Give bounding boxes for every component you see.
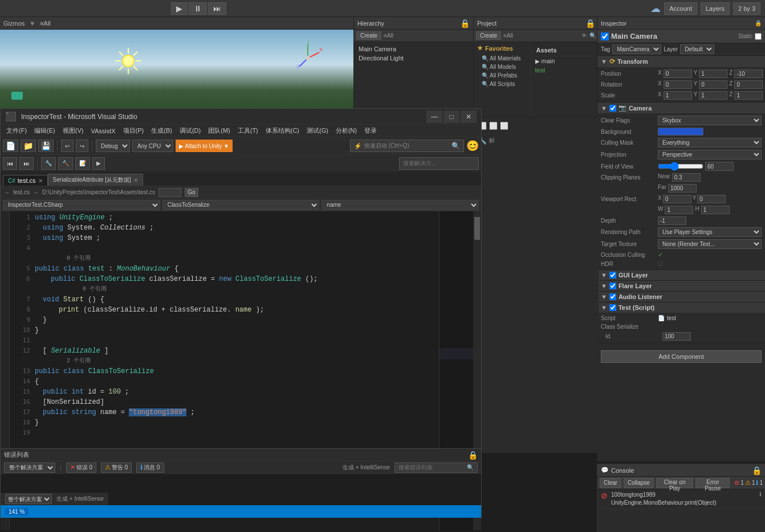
solution-dropdown[interactable]: 整个解决方案 [4,463,55,473]
hierarchy-item-main-camera[interactable]: Main Camera [356,44,471,54]
fov-slider[interactable] [658,162,703,171]
vs-tb-icon1[interactable]: ⏮ [3,157,17,170]
target-texture-dropdown[interactable]: None (Render Text... [658,239,762,249]
step-button[interactable]: ⏭ [208,2,226,15]
tab-test-close[interactable]: ✕ [38,178,43,184]
vs-minimize-button[interactable]: — [426,111,442,123]
rendering-path-dropdown[interactable]: Use Player Settings [658,227,762,237]
all-prefabs-item[interactable]: 🔍 All Prefabs [474,71,530,80]
messages-btn[interactable]: ℹ 消息 0 [136,463,164,473]
clear-flags-dropdown[interactable]: Skybox [658,116,762,125]
hierarchy-create-btn[interactable]: Create [356,31,381,40]
pause-button[interactable]: ⏸ [189,2,207,15]
bottom-solution-dropdown[interactable]: 整个解决方案 [5,494,52,504]
menu-build[interactable]: 生成(B) [148,125,176,136]
test-script-checkbox[interactable] [609,304,616,311]
menu-file[interactable]: 文件(F) [3,125,30,136]
camera-active-checkbox[interactable] [609,105,616,112]
layer-dropdown[interactable]: Default [680,44,714,54]
console-collapse-btn[interactable]: Collapse [624,478,654,488]
menu-tools[interactable]: 工具(T) [234,125,262,136]
project-eye-icon[interactable]: 👁 [581,32,587,39]
flare-layer-checkbox[interactable] [609,283,616,289]
tab-serializable[interactable]: SerializableAttribute [从元数据] ✕ [48,174,143,186]
id-input[interactable] [662,332,691,341]
asset-main[interactable]: ▶ main [533,56,596,66]
vs-close-button[interactable]: ✕ [461,111,477,123]
cpu-dropdown[interactable]: Any CPU [132,140,173,152]
position-z[interactable] [734,69,763,78]
projection-dropdown[interactable]: Perspective [658,150,762,159]
layers-dropdown[interactable]: Layers [701,2,730,15]
audio-listener-header[interactable]: ▼ Audio Listener [597,292,765,302]
scale-z[interactable] [734,91,763,100]
go-button[interactable]: Go [185,188,198,197]
console-clear-on-play-btn[interactable]: Clear on Play [656,478,694,488]
menu-view[interactable]: 视图(V) [59,125,87,136]
depth-input[interactable] [658,216,686,225]
gui-layer-checkbox[interactable] [609,272,616,279]
debug-dropdown[interactable]: Debug [96,140,130,152]
hierarchy-item-directional-light[interactable]: Directional Light [356,54,471,63]
tab-serializable-close[interactable]: ✕ [133,177,138,183]
far-input[interactable] [668,184,697,193]
static-checkbox[interactable] [755,33,762,40]
tab-test-cs[interactable]: C# test.cs ✕ [3,175,48,186]
vs-open-btn[interactable]: 📁 [21,140,36,152]
vs-redo-btn[interactable]: ↪ [76,140,88,152]
rotation-z[interactable] [734,80,763,89]
account-dropdown[interactable]: Account [664,2,697,15]
attach-unity-btn[interactable]: ▶ Attach to Unity ▼ [176,140,233,152]
background-color-swatch[interactable] [658,128,703,136]
find-input[interactable] [403,160,475,166]
namespace-dropdown[interactable]: InspectorTest.CSharp [3,200,160,210]
scale-y[interactable] [699,91,727,100]
transform-header[interactable]: ▼ ⟳ Transform [597,56,765,67]
menu-vassistx[interactable]: VAssistX [87,126,119,136]
console-clear-btn[interactable]: Clear [600,478,621,488]
console-pin-icon[interactable]: 🔒 [752,466,762,475]
object-active-checkbox[interactable] [601,32,609,40]
file-path-input[interactable] [158,188,181,197]
position-x[interactable] [664,69,692,78]
tag-dropdown[interactable]: MainCamera [612,44,661,54]
vy-input[interactable] [697,195,726,203]
culling-mask-dropdown[interactable]: Everything [658,138,762,148]
vs-run-btn[interactable]: ▶ [92,157,105,170]
errorlist-search-input[interactable] [398,464,467,470]
inspector-pin-icon[interactable]: 🔒 [755,20,762,26]
rotation-y[interactable] [699,80,727,89]
camera-header[interactable]: ▼ 📷 Camera [597,103,765,113]
menu-login[interactable]: 登录 [361,125,380,136]
vx-input[interactable] [663,195,691,203]
flare-layer-header[interactable]: ▼ Flare Layer [597,281,765,291]
member-dropdown[interactable]: name [322,200,479,210]
warnings-btn[interactable]: ⚠ 警告 0 [101,463,132,473]
menu-project[interactable]: 项目(P) [120,125,148,136]
vs-undo-btn[interactable]: ↩ [61,140,74,152]
all-materials-item[interactable]: 🔍 All Materials [474,54,530,63]
unity-panel-icon-row2[interactable]: 🔧 解 [476,134,596,147]
position-y[interactable] [699,69,727,78]
class-dropdown[interactable]: ClassToSerialize [162,200,320,210]
near-input[interactable] [672,173,701,182]
project-create-btn[interactable]: Create [476,31,501,40]
w-input[interactable] [665,206,693,214]
play-button[interactable]: ▶ [171,2,188,15]
audio-listener-checkbox[interactable] [609,293,616,300]
vs-build-btn[interactable]: 🔨 [58,157,73,170]
all-scripts-item[interactable]: 🔍 All Scripts [474,80,530,88]
vs-save-btn[interactable]: 💾 [38,140,54,152]
menu-test[interactable]: 测试(G) [303,125,332,136]
vs-maximize-button[interactable]: □ [443,111,459,123]
errorlist-pin-icon[interactable]: 🔒 [468,451,478,460]
menu-team[interactable]: 团队(M) [205,125,234,136]
menu-edit[interactable]: 编辑(E) [31,125,59,136]
vs-tb-icon2[interactable]: ⏭ [19,157,34,170]
console-entry-1[interactable]: ⊘ 100tongtong1989 UnityEngine.MonoBehavi… [597,489,765,509]
vs-new-file-btn[interactable]: 📄 [3,140,18,152]
menu-debug[interactable]: 调试(D) [176,125,204,136]
errors-btn[interactable]: ✕ 错误 0 [66,463,96,473]
vs-format-btn[interactable]: 📝 [75,157,90,170]
menu-architecture[interactable]: 体系结构(C) [262,125,303,136]
